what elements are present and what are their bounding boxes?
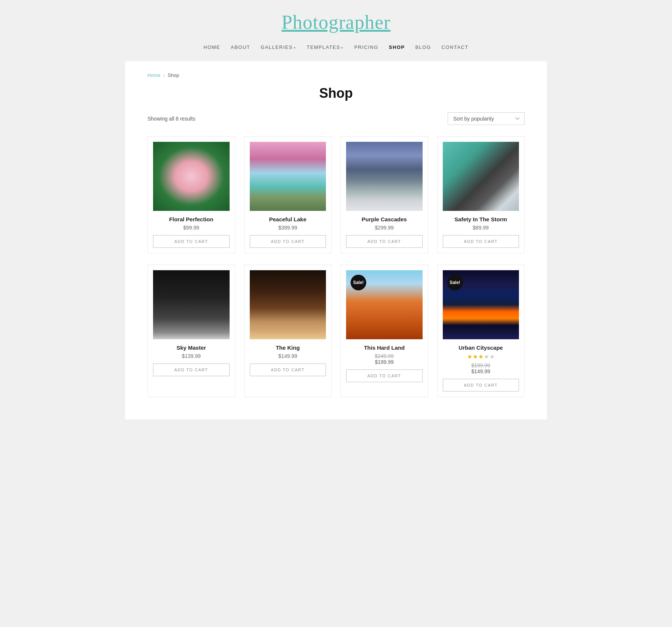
product-card-the-king: The King $149.99 ADD TO CART — [244, 265, 332, 397]
templates-dropdown-arrow: ▾ — [341, 46, 344, 50]
product-price-this-hard-land: $249.99 $199.99 — [346, 353, 423, 365]
product-image-wrap — [250, 270, 326, 339]
product-card-floral-perfection: Floral Perfection $99.99 ADD TO CART — [147, 136, 235, 253]
nav-contact[interactable]: CONTACT — [442, 44, 469, 50]
product-price-urban-cityscape: $199.99 $149.99 — [443, 362, 519, 374]
sale-badge-urban-cityscape: Sale! — [447, 275, 463, 290]
product-image-wrap — [250, 142, 326, 211]
product-card-urban-cityscape: Sale! Urban Cityscape ★ ★ ★ ★ ★ $199.99 … — [437, 265, 525, 397]
product-title-floral-perfection: Floral Perfection — [153, 216, 230, 222]
add-to-cart-safety-in-the-storm[interactable]: ADD TO CART — [443, 235, 519, 248]
product-image-wrap: Sale! — [443, 270, 519, 339]
product-image-wrap — [443, 142, 519, 211]
product-image-wrap — [153, 142, 230, 211]
product-price-floral-perfection: $99.99 — [153, 225, 230, 231]
product-image-wrap — [346, 142, 423, 211]
product-card-safety-in-the-storm: Safety In The Storm $89.99 ADD TO CART — [437, 136, 525, 253]
product-price-peaceful-lake: $399.99 — [250, 225, 326, 231]
site-header: Photographer HOME ABOUT GALLERIES▾ TEMPL… — [0, 0, 672, 61]
breadcrumb-separator: › — [163, 72, 165, 78]
nav-shop[interactable]: SHOP — [389, 44, 405, 50]
product-title-peaceful-lake: Peaceful Lake — [250, 216, 326, 222]
add-to-cart-urban-cityscape[interactable]: ADD TO CART — [443, 379, 519, 392]
star-2: ★ — [473, 353, 478, 360]
star-5: ★ — [489, 353, 495, 360]
product-title-safety-in-the-storm: Safety In The Storm — [443, 216, 519, 222]
main-content: Home › Shop Shop Showing all 8 results S… — [125, 61, 547, 419]
product-price-sky-master: $139.99 — [153, 353, 230, 359]
nav-templates[interactable]: TEMPLATES▾ — [307, 44, 344, 50]
product-rating-urban-cityscape: ★ ★ ★ ★ ★ — [443, 353, 519, 360]
breadcrumb-home-link[interactable]: Home — [147, 72, 161, 78]
product-title-urban-cityscape: Urban Cityscape — [443, 344, 519, 351]
product-card-this-hard-land: Sale! This Hard Land $249.99 $199.99 ADD… — [340, 265, 428, 397]
nav-galleries[interactable]: GALLERIES▾ — [261, 44, 296, 50]
shop-toolbar: Showing all 8 results Sort by popularity… — [147, 112, 525, 125]
sort-select[interactable]: Sort by popularity Sort by average ratin… — [448, 112, 525, 125]
product-image-purple-cascades — [346, 142, 423, 211]
product-image-wrap — [153, 270, 230, 339]
nav-blog[interactable]: BLOG — [415, 44, 431, 50]
sale-badge-this-hard-land: Sale! — [351, 275, 366, 290]
product-card-sky-master: Sky Master $139.99 ADD TO CART — [147, 265, 235, 397]
product-title-purple-cascades: Purple Cascades — [346, 216, 423, 222]
add-to-cart-purple-cascades[interactable]: ADD TO CART — [346, 235, 423, 248]
product-title-this-hard-land: This Hard Land — [346, 344, 423, 351]
product-price-safety-in-the-storm: $89.99 — [443, 225, 519, 231]
product-card-peaceful-lake: Peaceful Lake $399.99 ADD TO CART — [244, 136, 332, 253]
product-image-safety-in-the-storm — [443, 142, 519, 211]
sale-price-urban-cityscape: $149.99 — [443, 368, 519, 374]
product-image-wrap: Sale! — [346, 270, 423, 339]
product-price-the-king: $149.99 — [250, 353, 326, 359]
star-1: ★ — [467, 353, 472, 360]
sale-price-this-hard-land: $199.99 — [346, 359, 423, 365]
product-title-sky-master: Sky Master — [153, 344, 230, 351]
product-image-floral-perfection — [153, 142, 230, 211]
breadcrumb-current: Shop — [168, 72, 179, 78]
star-3: ★ — [478, 353, 483, 360]
product-card-purple-cascades: Purple Cascades $299.99 ADD TO CART — [340, 136, 428, 253]
site-logo[interactable]: Photographer — [7, 11, 665, 33]
product-image-sky-master — [153, 270, 230, 339]
product-price-purple-cascades: $299.99 — [346, 225, 423, 231]
original-price-this-hard-land: $249.99 — [346, 353, 423, 359]
nav-pricing[interactable]: PRICING — [354, 44, 379, 50]
page-title: Shop — [147, 85, 525, 101]
nav-about[interactable]: ABOUT — [231, 44, 250, 50]
product-image-peaceful-lake — [250, 142, 326, 211]
results-count: Showing all 8 results — [147, 116, 195, 122]
nav-home[interactable]: HOME — [203, 44, 220, 50]
star-4: ★ — [484, 353, 489, 360]
add-to-cart-floral-perfection[interactable]: ADD TO CART — [153, 235, 230, 248]
product-title-the-king: The King — [250, 344, 326, 351]
original-price-urban-cityscape: $199.99 — [443, 362, 519, 368]
add-to-cart-this-hard-land[interactable]: ADD TO CART — [346, 369, 423, 382]
add-to-cart-peaceful-lake[interactable]: ADD TO CART — [250, 235, 326, 248]
main-nav: HOME ABOUT GALLERIES▾ TEMPLATES▾ PRICING… — [7, 41, 665, 57]
breadcrumb: Home › Shop — [147, 72, 525, 78]
products-grid: Floral Perfection $99.99 ADD TO CART Pea… — [147, 136, 525, 397]
add-to-cart-the-king[interactable]: ADD TO CART — [250, 364, 326, 376]
add-to-cart-sky-master[interactable]: ADD TO CART — [153, 364, 230, 376]
product-image-the-king — [250, 270, 326, 339]
galleries-dropdown-arrow: ▾ — [294, 46, 296, 50]
